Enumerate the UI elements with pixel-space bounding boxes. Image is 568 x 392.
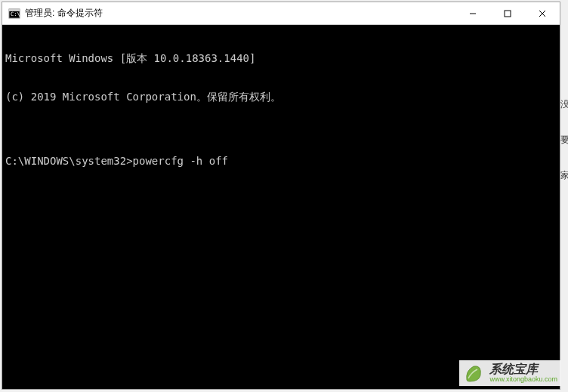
cmd-icon: C:\ xyxy=(8,8,20,20)
svg-text:C:\: C:\ xyxy=(11,11,20,17)
terminal-output-line: Microsoft Windows [版本 10.0.18363.1440] xyxy=(5,52,557,65)
edge-char: 家 xyxy=(560,169,568,182)
window-controls xyxy=(455,2,560,24)
watermark: 系统宝库 www.xitongbaoku.com xyxy=(459,360,560,386)
terminal-prompt-line: C:\WINDOWS\system32>powercfg -h off xyxy=(5,155,557,168)
window-title: 管理员: 命令提示符 xyxy=(25,7,455,20)
watermark-title: 系统宝库 xyxy=(489,363,557,376)
leaf-icon xyxy=(462,362,485,384)
edge-char: 要 xyxy=(560,134,568,147)
command-prompt-window: C:\ 管理员: 命令提示符 Microsoft Windows [版本 10.… xyxy=(2,2,560,390)
minimize-button[interactable] xyxy=(455,2,490,25)
cropped-edge-text: 没 要 家 xyxy=(560,98,568,182)
watermark-text: 系统宝库 www.xitongbaoku.com xyxy=(489,363,557,383)
watermark-url: www.xitongbaoku.com xyxy=(489,376,557,384)
titlebar[interactable]: C:\ 管理员: 命令提示符 xyxy=(2,2,560,25)
terminal-area[interactable]: Microsoft Windows [版本 10.0.18363.1440] (… xyxy=(2,25,560,389)
close-button[interactable] xyxy=(525,2,560,25)
maximize-button[interactable] xyxy=(490,2,525,25)
terminal-output-line: (c) 2019 Microsoft Corporation。保留所有权利。 xyxy=(5,91,557,103)
edge-char: 没 xyxy=(560,98,568,111)
svg-rect-4 xyxy=(505,11,511,17)
